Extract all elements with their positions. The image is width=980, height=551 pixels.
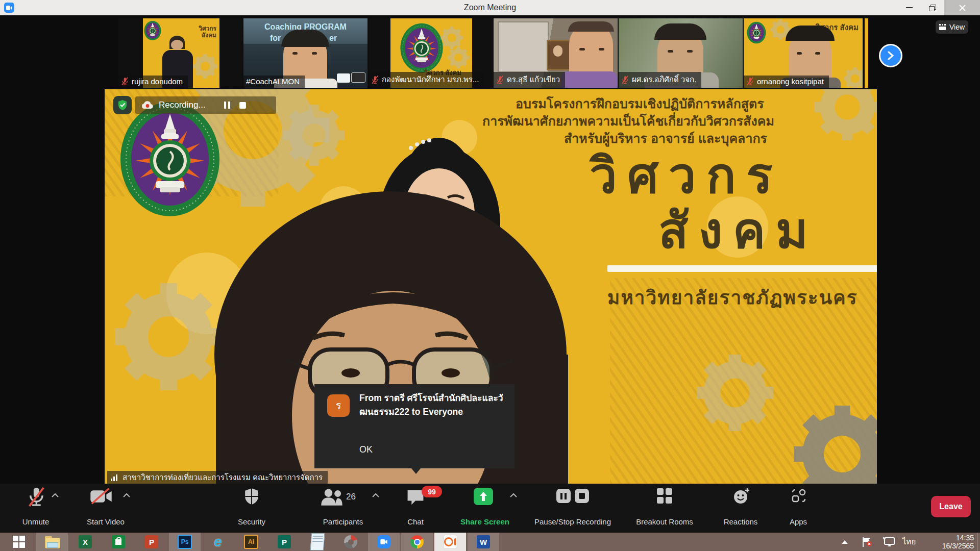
eye <box>292 52 298 55</box>
pause-recording-icon[interactable] <box>224 102 230 109</box>
apps-button[interactable]: Apps <box>790 517 807 526</box>
next-participants-button[interactable] <box>879 44 902 67</box>
share-screen-button[interactable]: Share Screen <box>460 517 509 526</box>
participants-button[interactable]: Participants <box>323 517 363 526</box>
notification-message: From ราตรี ศรีโรจน์สำนักศิปละและวัฒนธรรม… <box>359 391 503 419</box>
main-video[interactable]: อบรมโครงการฝึกอบรมเชิงปฏิบัติการหลักสูตร… <box>105 89 877 484</box>
photoscape-taskbar-button[interactable] <box>335 533 366 551</box>
chevron-right-icon <box>887 51 894 60</box>
tray-time: 14:35 <box>925 534 974 542</box>
restore-icon <box>929 5 936 11</box>
clock-tray[interactable]: 14:35 16/3/2565 <box>925 534 974 550</box>
chat-unread-badge: 99 <box>422 486 442 497</box>
file-explorer-icon <box>45 536 59 547</box>
powerpoint-taskbar-button[interactable]: P <box>136 533 167 551</box>
participant-tile-coachalmon[interactable]: Coaching PROGRAM for er #CoachALMON <box>243 18 368 88</box>
notepad-taskbar-button[interactable] <box>302 533 333 551</box>
pause-recording-button[interactable] <box>556 489 571 503</box>
language-indicator[interactable]: ไทย <box>902 533 916 551</box>
recording-cloud-icon <box>141 101 154 110</box>
gear-decoration <box>844 67 863 88</box>
security-icon[interactable] <box>243 487 260 506</box>
sponsor-logo <box>337 73 350 83</box>
person-hair <box>654 23 706 40</box>
title-bar: Zoom Meeting <box>0 0 980 15</box>
participants-options-caret[interactable] <box>372 493 380 498</box>
zoom-app-icon <box>4 3 14 13</box>
close-icon <box>959 5 966 11</box>
person-hair <box>568 21 614 32</box>
start-video-button[interactable]: Start Video <box>87 517 125 526</box>
security-shield-badge[interactable] <box>113 96 132 114</box>
participant-tile-rujira[interactable]: วิศวกร สังคม rujira donudom <box>118 18 242 88</box>
gear-decoration <box>193 54 217 79</box>
participant-name: ornanong kositpipat <box>757 77 824 86</box>
participant-name-chip: กองพัฒนานักศึกษา มรภ.พร... <box>369 72 484 88</box>
close-button[interactable] <box>944 0 980 15</box>
minimize-button[interactable] <box>897 0 921 15</box>
illustrator-taskbar-button[interactable]: Ai <box>235 533 267 551</box>
recording-indicator: Recording... <box>135 96 276 114</box>
sponsor-logo <box>351 72 365 83</box>
start-button[interactable] <box>3 533 35 551</box>
show-desktop-button[interactable] <box>977 533 980 551</box>
person-shirt <box>561 71 618 88</box>
powerpoint-icon: P <box>145 535 158 548</box>
share-screen-icon[interactable] <box>474 488 493 505</box>
windows-logo-icon <box>13 536 25 548</box>
chrome-taskbar-button[interactable] <box>401 533 433 551</box>
participant-tile-suthee[interactable]: ดร.สุธี แก้วเขียว <box>494 18 618 88</box>
network-icon <box>883 536 895 547</box>
participant-name-chip: #CoachALMON <box>243 76 305 88</box>
eye <box>312 52 317 55</box>
reactions-button[interactable]: Reactions <box>724 517 758 526</box>
breakout-rooms-icon[interactable] <box>657 488 672 504</box>
file-explorer-taskbar-button[interactable] <box>36 533 68 551</box>
leave-button[interactable]: Leave <box>931 496 971 517</box>
photoshop-taskbar-button[interactable]: Ps <box>169 533 201 551</box>
eye <box>815 52 820 55</box>
stop-recording-button[interactable] <box>575 489 589 503</box>
university-logo-small <box>747 21 766 44</box>
chat-button[interactable]: Chat <box>407 517 424 526</box>
microsoft-store-taskbar-button[interactable] <box>103 533 134 551</box>
reactions-icon[interactable] <box>733 487 750 505</box>
sender-avatar-initial: ร <box>336 397 341 414</box>
gear-decoration <box>448 47 469 68</box>
chrome-icon <box>410 535 424 548</box>
apps-icon[interactable] <box>791 488 806 504</box>
participant-tile-ornanong[interactable]: วิศวกร สังคม ornanong kositpipat <box>744 18 863 88</box>
unmute-button[interactable]: Unmute <box>22 517 50 526</box>
participant-tile-apisak[interactable]: ผศ.ดร.อภิศักดิ์ วจก. <box>619 18 743 88</box>
publisher-taskbar-button[interactable]: P <box>268 533 300 551</box>
notification-ok-button[interactable]: OK <box>359 444 373 455</box>
participant-name: rujira donudom <box>132 77 183 86</box>
security-button[interactable]: Security <box>238 517 265 526</box>
audio-options-caret[interactable] <box>51 493 59 498</box>
word-taskbar-button[interactable]: W <box>468 533 499 551</box>
sender-avatar: ร <box>327 394 350 417</box>
network-tray-button[interactable] <box>879 533 898 551</box>
participant-tile-kongpattana[interactable]: วิศวกร สังคม กองพัฒนานักศึกษา มรภ.พร... <box>369 18 493 88</box>
person-face <box>171 40 183 50</box>
pause-stop-recording-button[interactable]: Pause/Stop Recording <box>534 517 611 526</box>
eye <box>797 52 802 55</box>
unmute-mic-icon[interactable] <box>27 486 45 508</box>
action-center-button[interactable] <box>857 533 876 551</box>
zoom-taskbar-button[interactable] <box>368 533 400 551</box>
start-video-icon[interactable] <box>90 488 112 505</box>
breakout-rooms-button[interactable]: Breakout Rooms <box>636 517 693 526</box>
photoscape-icon <box>344 535 357 548</box>
excel-taskbar-button[interactable]: X <box>69 533 101 551</box>
window-title: Zoom Meeting <box>0 0 980 15</box>
photoshop-icon: Ps <box>178 535 192 549</box>
stop-recording-icon[interactable] <box>239 102 246 109</box>
video-options-caret[interactable] <box>122 493 131 498</box>
photoscape-x-taskbar-button[interactable] <box>434 533 466 551</box>
view-button[interactable]: View <box>936 20 968 34</box>
participants-icon[interactable] <box>321 488 343 506</box>
share-options-caret[interactable] <box>509 493 518 498</box>
internet-explorer-taskbar-button[interactable]: e <box>202 533 234 551</box>
tray-expand-button[interactable] <box>836 533 853 551</box>
restore-button[interactable] <box>921 0 944 15</box>
